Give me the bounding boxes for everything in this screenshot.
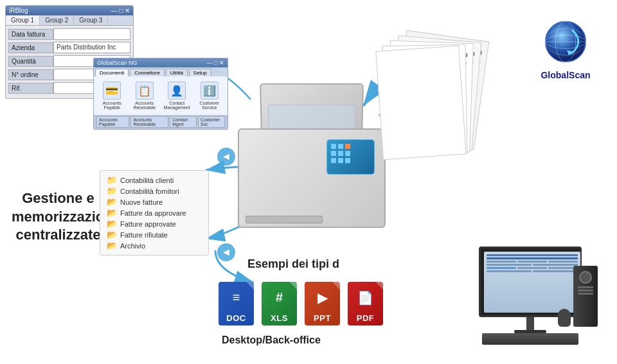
screen-cell-9 [487,270,532,272]
printer-keypad [327,140,374,167]
folder-yellow-icon-2: 📁 [107,186,117,196]
folder-label-2: Contabilità fornitori [120,187,179,195]
sw-tab-group2[interactable]: Group 2 [40,15,74,25]
footer-ar: Accounts Receivable [130,116,168,128]
printer-output-tray [246,216,323,223]
sw-controls: — □ ✕ [111,7,130,14]
inner-tab-documenti[interactable]: Documenti [95,69,129,76]
sw-label-rif: Rif. [8,83,53,94]
inner-body: 💳 Accounts Payable 📋 Accounts Receivable… [94,76,228,115]
desktop-label: Desktop/Back-office [222,334,321,346]
monitor [479,247,582,317]
pc-tower [573,266,598,327]
icon-accounts-payable[interactable]: 💳 Accounts Payable [100,82,124,110]
inner-tab-connettore[interactable]: Connettore [130,69,165,76]
left-heading-line1: Gestione e [12,189,105,208]
sw-title: iRBlog [9,7,28,14]
file-icon-pdf: 📄 PDF [348,282,383,325]
inner-titlebar: GlobalScan NG — □ ✕ [94,58,228,67]
xls-icon-symbol: # [276,282,283,313]
inner-title: GlobalScan NG [97,60,138,66]
sw-tab-group1[interactable]: Group 1 [6,15,40,25]
sw-label-n-ordine: N° ordine [8,69,53,80]
folder-orange-icon-4: 📂 [107,230,117,239]
footer-cs: Customer Svc [198,116,225,128]
inner-tab-setup[interactable]: Setup [189,69,211,76]
screen-cell-10 [533,270,578,272]
pc-power-button [579,271,592,284]
ppt-icon-symbol: ▶ [317,282,327,313]
computer-unit [463,247,598,345]
screen-content [484,252,580,276]
file-icons-area: ≡ DOC # XLS ▶ PPT 📄 PDF [219,282,383,325]
sw-row-data-fattura: Data fattura [8,28,130,40]
monitor-stand [526,317,534,330]
icon-accounts-receivable[interactable]: 📋 Accounts Receivable [132,82,157,110]
file-icon-xls: # XLS [262,282,297,325]
pc-slot-3 [578,293,593,295]
folder-label-6: Fatture rifiutate [120,231,168,239]
inner-software-panel: GlobalScan NG — □ ✕ Documenti Connettore… [93,58,228,130]
printer-main-body [238,128,386,228]
folder-orange-icon-3: 📂 [107,219,117,229]
printer-feeder-tray [268,105,355,130]
folder-label-7: Archivio [120,242,145,250]
inner-tab-utilita[interactable]: Utilità [166,69,188,76]
icon-label-ar: Accounts Receivable [132,101,157,110]
sw-label-data-fattura: Data fattura [8,29,53,40]
monitor-screen [484,252,580,313]
left-heading-line3: centralizzate [12,226,105,245]
left-heading: Gestione e memorizzazione centralizzate [12,189,105,245]
icon-contact-management[interactable]: 👤 Contact Management [165,82,189,110]
folder-contabilita-fornitori: 📁 Contabilità fornitori [107,186,202,196]
folder-yellow-icon-1: 📁 [107,175,117,185]
folder-label-4: Fatture da approvare [120,209,186,217]
file-icon-ppt: ▶ PPT [305,282,340,325]
screen-cell-7 [517,267,547,269]
document-stack [379,35,488,170]
screen-cell-1 [487,261,516,263]
pc-slot-1 [578,286,593,288]
sw-label-azienda: Azienda [8,42,53,53]
inner-icons: 💳 Accounts Payable 📋 Accounts Receivable… [96,79,225,112]
inner-controls: — □ ✕ [207,60,224,66]
icon-label-cs: Customer Service [197,101,222,110]
folder-label-1: Contabilità clienti [120,177,174,184]
inner-tabs: Documenti Connettore Utilità Setup [94,67,228,76]
globalscan-area: GlobalScan [533,19,598,80]
accounts-payable-icon: 💳 [103,82,121,100]
footer-cm: Contact Mgmt [170,116,197,128]
sw-tab-group3[interactable]: Group 3 [74,15,108,25]
screen-cell-3 [548,261,578,263]
screen-cell-4 [487,264,532,266]
folder-fatture-rifiutate: 📂 Fatture rifiutate [107,229,202,240]
inner-footer: Accounts Payable Accounts Receivable Con… [94,115,228,129]
folder-fatture-approvate: 📂 Fatture approvate [107,218,202,229]
sw-row-azienda: Azienda Parts Distribution Inc [8,42,130,53]
footer-ap: Accounts Payable [96,116,129,128]
desktop-computer-area [463,247,598,345]
folder-orange-icon-5: 📂 [107,241,117,250]
customer-service-icon: ℹ️ [201,82,219,100]
doc-page-5 [375,46,467,160]
printer-feeder [260,83,364,135]
file-icon-doc: ≡ DOC [219,282,254,325]
icon-label-cm: Contact Management [164,101,190,110]
doc-label: DOC [226,313,246,323]
folder-orange-icon-2: 📂 [107,208,117,218]
sw-field-data-fattura[interactable] [53,28,130,40]
sw-label-quantita: Quantità [8,56,53,67]
screen-bar-2 [487,257,578,259]
sw-field-azienda[interactable]: Parts Distribution Inc [53,42,130,53]
xls-label: XLS [271,313,288,323]
folder-panel: 📁 Contabilità clienti 📁 Contabilità forn… [100,170,209,256]
folder-nuove-fatture: 📂 Nuove fatture [107,196,202,207]
printer-area [225,71,398,244]
folder-fatture-approvare: 📂 Fatture da approvare [107,207,202,218]
folder-archivio: 📂 Archivio [107,240,202,251]
pdf-icon-symbol: 📄 [357,282,373,313]
left-heading-line2: memorizzazione [12,208,105,227]
icon-customer-service[interactable]: ℹ️ Customer Service [197,82,222,110]
sw-tabs: Group 1 Group 2 Group 3 [6,15,133,26]
keyboard [482,333,578,345]
